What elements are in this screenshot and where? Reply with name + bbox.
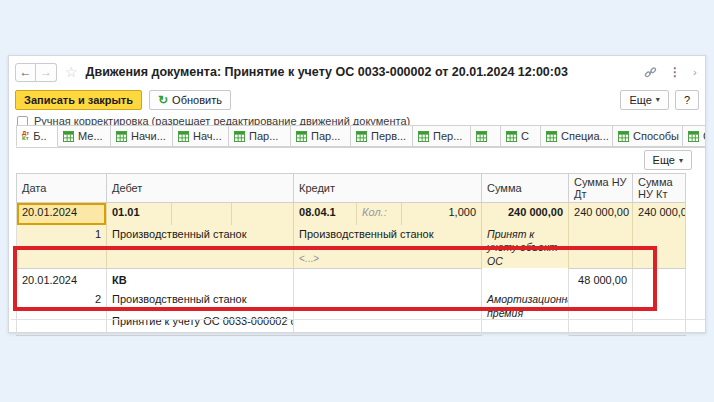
tab-register-11[interactable]: Специа... xyxy=(541,125,613,147)
tab-register-9[interactable] xyxy=(471,125,501,147)
refresh-icon: ↻ xyxy=(158,93,168,107)
grid-more-button[interactable]: Еще ▾ xyxy=(644,150,692,170)
posting-row-1-line-1: 20.01.2024 01.01 08.04.1 Кол.: 1,000 240… xyxy=(17,203,686,225)
cell-empty[interactable] xyxy=(482,268,569,290)
cell-debit-subconto[interactable]: Производственный станок xyxy=(107,290,294,312)
forward-button[interactable]: → xyxy=(36,63,57,82)
tab-register-2[interactable]: Ме... xyxy=(58,125,111,147)
get-link-icon[interactable] xyxy=(644,66,657,79)
back-button[interactable]: ← xyxy=(15,63,36,82)
grid-more-button-label: Еще xyxy=(653,154,675,166)
cell-posting-comment[interactable]: Амортизационная премия xyxy=(482,290,569,335)
register-tabs: ДтКт Б.. Ме... Начи... Нач... Пар... Пар… xyxy=(16,125,705,148)
register-table-icon xyxy=(116,131,127,142)
cell-debit-extra1[interactable] xyxy=(172,203,232,225)
register-table-icon xyxy=(688,131,699,142)
cell-debit-account[interactable]: КВ xyxy=(107,268,294,290)
cell-credit-subconto[interactable]: Производственный станок xyxy=(294,225,482,250)
grid-bottom-divider xyxy=(11,319,705,320)
toolbar: Записать и закрыть ↻ Обновить Еще ▾ ? xyxy=(15,89,699,110)
cell-empty[interactable] xyxy=(294,290,482,312)
register-table-icon xyxy=(63,131,74,142)
tab-label: Нач... xyxy=(193,130,222,142)
window-edge-icon: › xyxy=(693,66,699,78)
cell-qty-label[interactable]: Кол.: xyxy=(357,203,402,225)
cell-empty[interactable] xyxy=(569,312,633,335)
postings-grid: Дата Дебет Кредит Сумма Сумма НУ Дт Сумм… xyxy=(16,173,686,336)
cell-empty[interactable] xyxy=(633,225,686,250)
cell-sum[interactable]: 240 000,00 xyxy=(482,203,569,225)
cell-sum-nu-dt[interactable]: 48 000,00 xyxy=(569,268,633,290)
favorite-star-icon[interactable]: ☆ xyxy=(65,65,78,79)
column-header-sum-nu-kt[interactable]: Сумма НУ Кт xyxy=(633,174,686,203)
tab-register-6[interactable]: Пар... xyxy=(291,125,351,147)
cell-empty[interactable] xyxy=(569,225,633,250)
cell-empty[interactable] xyxy=(17,250,107,268)
posting-row-1-line-3: <...> xyxy=(17,250,686,268)
register-table-icon xyxy=(476,131,487,142)
cell-empty[interactable] xyxy=(294,312,482,335)
document-movements-window: ← → ☆ Движения документа: Принятие к уче… xyxy=(8,55,706,333)
cell-row-number[interactable]: 1 xyxy=(17,225,107,250)
register-table-icon xyxy=(418,131,429,142)
column-header-sum[interactable]: Сумма xyxy=(482,174,569,203)
cell-empty[interactable] xyxy=(633,290,686,312)
cell-qty-value[interactable]: 1,000 xyxy=(402,203,482,225)
cell-empty[interactable] xyxy=(569,250,633,268)
cell-sum-nu-dt[interactable]: 240 000,00 xyxy=(569,203,633,225)
refresh-button[interactable]: ↻ Обновить xyxy=(149,90,231,110)
tab-register-4[interactable]: Нач... xyxy=(173,125,229,147)
posting-row-2-line-1: 20.01.2024 КВ 48 000,00 xyxy=(17,268,686,290)
column-header-debit[interactable]: Дебет xyxy=(107,174,294,203)
cell-empty[interactable] xyxy=(569,290,633,312)
cell-credit-more[interactable]: <...> xyxy=(294,250,482,268)
register-table-icon xyxy=(296,131,307,142)
cell-row-number[interactable]: 2 xyxy=(17,290,107,312)
cell-empty[interactable] xyxy=(633,250,686,268)
tab-label: Начи... xyxy=(131,130,166,142)
more-button[interactable]: Еще ▾ xyxy=(620,90,668,110)
cell-empty[interactable] xyxy=(17,312,107,335)
tab-register-13[interactable]: С. xyxy=(683,125,705,147)
cell-debit-subconto[interactable]: Производственный станок xyxy=(107,225,294,250)
page-title: Движения документа: Принятие к учету ОС … xyxy=(86,65,568,79)
tab-label: Б.. xyxy=(33,130,46,142)
cell-empty[interactable] xyxy=(107,250,294,268)
column-header-date[interactable]: Дата xyxy=(17,174,107,203)
title-bar: ← → ☆ Движения документа: Принятие к уче… xyxy=(15,60,701,84)
cell-empty[interactable] xyxy=(294,268,482,290)
tab-register-7[interactable]: Перв... xyxy=(351,125,413,147)
cell-debit-extra2[interactable] xyxy=(232,203,294,225)
tab-label: Способы ... xyxy=(633,130,683,142)
cell-date-selected[interactable]: 20.01.2024 xyxy=(17,203,107,225)
tab-label: С. xyxy=(703,130,705,142)
tab-register-10[interactable]: С xyxy=(501,125,541,147)
register-table-icon xyxy=(234,131,245,142)
help-button[interactable]: ? xyxy=(675,90,699,110)
chevron-down-icon: ▾ xyxy=(679,156,683,165)
tab-register-8[interactable]: Пер... xyxy=(413,125,471,147)
tab-label: Пар... xyxy=(249,130,278,142)
column-header-credit[interactable]: Кредит xyxy=(294,174,482,203)
register-table-icon xyxy=(178,131,189,142)
back-icon: ← xyxy=(20,65,32,79)
posting-row-2-line-3: Принятие к учету ОС 0033-000002 от 20.01… xyxy=(17,312,686,335)
tab-label: Пар... xyxy=(311,130,340,142)
cell-date[interactable]: 20.01.2024 xyxy=(17,268,107,290)
cell-credit-account[interactable]: 08.04.1 xyxy=(294,203,357,225)
cell-posting-comment[interactable]: Принят к учету объект ОС xyxy=(482,225,569,269)
cell-sum-nu-kt[interactable]: 240 000,00 xyxy=(633,203,686,225)
tab-register-12[interactable]: Способы ... xyxy=(613,125,683,147)
register-table-icon xyxy=(618,131,629,142)
more-button-label: Еще xyxy=(629,94,651,106)
save-and-close-button[interactable]: Записать и закрыть xyxy=(15,90,142,110)
cell-debit-document[interactable]: Принятие к учету ОС 0033-000002 от 20.01… xyxy=(107,312,294,335)
tab-register-3[interactable]: Начи... xyxy=(111,125,173,147)
cell-empty[interactable] xyxy=(633,312,686,335)
tab-register-5[interactable]: Пар... xyxy=(229,125,291,147)
more-vertical-icon[interactable]: ⋮ xyxy=(669,65,681,79)
cell-debit-account[interactable]: 01.01 xyxy=(107,203,172,225)
cell-empty[interactable] xyxy=(633,268,686,290)
tab-accounting-register[interactable]: ДтКт Б.. xyxy=(16,125,58,147)
column-header-sum-nu-dt[interactable]: Сумма НУ Дт xyxy=(569,174,633,203)
